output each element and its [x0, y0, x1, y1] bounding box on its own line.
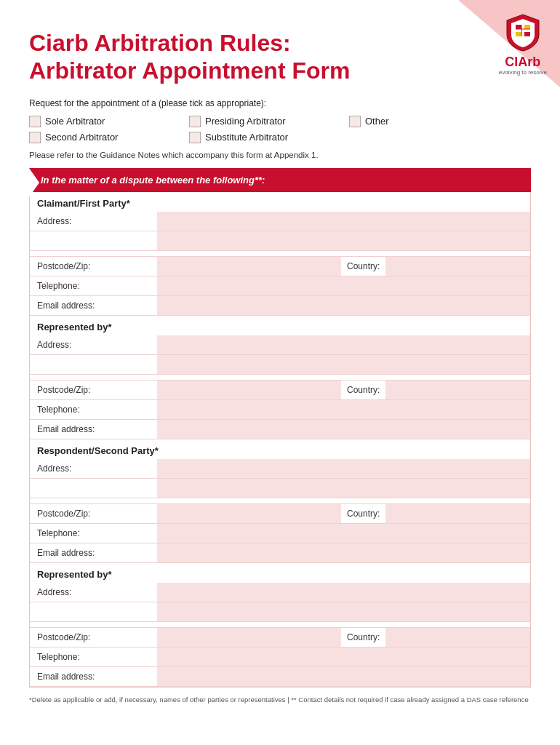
claimant-rep-section: Represented by* Address: Postcode/Zip: C…: [30, 316, 530, 439]
checkbox-other-label: Other: [365, 116, 389, 127]
page-title: Ciarb Arbitration Rules: Arbitrator Appo…: [29, 29, 415, 85]
respondent-country-label: Country:: [341, 506, 385, 522]
checkbox-presiding-label: Presiding Arbitrator: [205, 116, 286, 127]
claimant-postcode-label: Postcode/Zip:: [30, 258, 157, 274]
respondent-rep-address2-input[interactable]: [157, 602, 530, 621]
dispute-banner: In the matter of a dispute between the f…: [29, 168, 531, 192]
claimant-rep-country-input[interactable]: [385, 381, 530, 399]
respondent-rep-email-label: Email address:: [30, 669, 157, 685]
claimant-rep-country-right: Country:: [341, 381, 530, 399]
checkbox-substitute-label: Substitute Arbitrator: [205, 132, 288, 143]
claimant-rep-title: Represented by*: [30, 316, 530, 335]
claimant-rep-postcode-row: Postcode/Zip: Country:: [30, 381, 530, 400]
checkbox-sole-arbitrator[interactable]: Sole Arbitrator: [29, 116, 189, 127]
claimant-rep-postcode-input[interactable]: [157, 381, 341, 399]
checkbox-row-2: Second Arbitrator Substitute Arbitrator: [29, 132, 531, 143]
respondent-rep-telephone-input[interactable]: [157, 648, 530, 666]
respondent-rep-telephone-label: Telephone:: [30, 649, 157, 665]
claimant-rep-postcode-left: Postcode/Zip:: [30, 381, 341, 399]
checkbox-substitute-box[interactable]: [189, 132, 201, 143]
respondent-postcode-row: Postcode/Zip: Country:: [30, 504, 530, 524]
claimant-address2-row: [30, 231, 530, 251]
respondent-email-row: Email address:: [30, 543, 530, 563]
respondent-rep-address-row: Address:: [30, 583, 530, 602]
claimant-country-label: Country:: [341, 258, 385, 274]
respondent-postcode-input[interactable]: [157, 504, 341, 523]
claimant-title: Claimant/First Party*: [30, 192, 530, 212]
respondent-email-label: Email address:: [30, 545, 157, 561]
respondent-telephone-label: Telephone:: [30, 525, 157, 541]
checkbox-second-box[interactable]: [29, 132, 41, 143]
claimant-address-input[interactable]: [157, 212, 530, 231]
claimant-rep-address-input[interactable]: [157, 335, 530, 354]
respondent-email-input[interactable]: [157, 543, 530, 562]
checkbox-row-1: Sole Arbitrator Presiding Arbitrator Oth…: [29, 116, 531, 127]
claimant-address2-input[interactable]: [157, 231, 530, 250]
checkbox-other-box[interactable]: [349, 116, 361, 127]
logo-name: CIArb: [505, 55, 540, 68]
respondent-rep-title: Represented by*: [30, 563, 530, 583]
respondent-title: Respondent/Second Party*: [30, 439, 530, 459]
claimant-rep-email-row: Email address:: [30, 420, 530, 439]
respondent-rep-postcode-input[interactable]: [157, 628, 341, 647]
respondent-rep-postcode-left: Postcode/Zip:: [30, 628, 341, 647]
claimant-rep-country-label: Country:: [341, 382, 385, 398]
svg-rect-3: [524, 32, 530, 36]
respondent-rep-postcode-row: Postcode/Zip: Country:: [30, 628, 530, 648]
claimant-country-input[interactable]: [385, 257, 530, 276]
page: CIArb evolving to resolve Ciarb Arbitrat…: [0, 0, 560, 745]
respondent-rep-email-row: Email address:: [30, 667, 530, 687]
checkbox-sole-label: Sole Arbitrator: [45, 116, 105, 127]
respondent-rep-email-input[interactable]: [157, 667, 530, 686]
respondent-rep-address-input[interactable]: [157, 583, 530, 602]
checkbox-substitute-arbitrator[interactable]: Substitute Arbitrator: [189, 132, 349, 143]
respondent-rep-gap: [30, 622, 530, 628]
respondent-section: Respondent/Second Party* Address: Postco…: [30, 439, 530, 563]
claimant-rep-telephone-label: Telephone:: [30, 402, 157, 418]
respondent-country-input[interactable]: [385, 504, 530, 523]
respondent-postcode-left: Postcode/Zip:: [30, 504, 341, 523]
claimant-rep-email-label: Email address:: [30, 421, 157, 437]
request-label: Request for the appointment of a (please…: [29, 98, 531, 108]
claimant-postcode-input[interactable]: [157, 257, 341, 276]
respondent-telephone-input[interactable]: [157, 524, 530, 543]
respondent-rep-address2-row: [30, 602, 530, 622]
claimant-email-row: Email address:: [30, 296, 530, 316]
respondent-rep-country-label: Country:: [341, 629, 385, 645]
respondent-postcode-label: Postcode/Zip:: [30, 506, 157, 522]
claimant-rep-telephone-input[interactable]: [157, 400, 530, 419]
checkbox-other[interactable]: Other: [349, 116, 509, 127]
title-section: Ciarb Arbitration Rules: Arbitrator Appo…: [29, 22, 531, 85]
claimant-country-right: Country:: [341, 257, 530, 276]
claimant-rep-gap: [30, 375, 530, 381]
claimant-postcode-row: Postcode/Zip: Country:: [30, 257, 530, 276]
claimant-rep-address2-input[interactable]: [157, 355, 530, 374]
claimant-rep-address2-row: [30, 355, 530, 375]
respondent-rep-country-input[interactable]: [385, 628, 530, 647]
claimant-telephone-input[interactable]: [157, 276, 530, 295]
claimant-rep-email-input[interactable]: [157, 420, 530, 439]
checkbox-sole-box[interactable]: [29, 116, 41, 127]
claimant-gap: [30, 251, 530, 257]
respondent-address-row: Address:: [30, 459, 530, 479]
claimant-rep-telephone-row: Telephone:: [30, 400, 530, 420]
claimant-rep-address-row: Address:: [30, 335, 530, 355]
checkbox-presiding-arbitrator[interactable]: Presiding Arbitrator: [189, 116, 349, 127]
guidance-note: Please refer to the Guidance Notes which…: [29, 151, 531, 159]
claimant-section: Claimant/First Party* Address: Postcode/…: [30, 192, 530, 316]
respondent-address2-row: [30, 479, 530, 498]
claimant-postcode-left: Postcode/Zip:: [30, 257, 341, 276]
respondent-gap: [30, 498, 530, 504]
checkbox-presiding-box[interactable]: [189, 116, 201, 127]
claimant-email-input[interactable]: [157, 296, 530, 315]
claimant-rep-address-label: Address:: [30, 337, 157, 353]
checkbox-second-arbitrator[interactable]: Second Arbitrator: [29, 132, 189, 143]
claimant-address-label: Address:: [30, 213, 157, 229]
respondent-country-right: Country:: [341, 504, 530, 523]
logo-area: CIArb evolving to resolve: [499, 13, 547, 76]
respondent-address-input[interactable]: [157, 459, 530, 478]
respondent-address2-input[interactable]: [157, 479, 530, 498]
claimant-telephone-label: Telephone:: [30, 278, 157, 294]
respondent-rep-telephone-row: Telephone:: [30, 648, 530, 667]
respondent-rep-country-right: Country:: [341, 628, 530, 647]
